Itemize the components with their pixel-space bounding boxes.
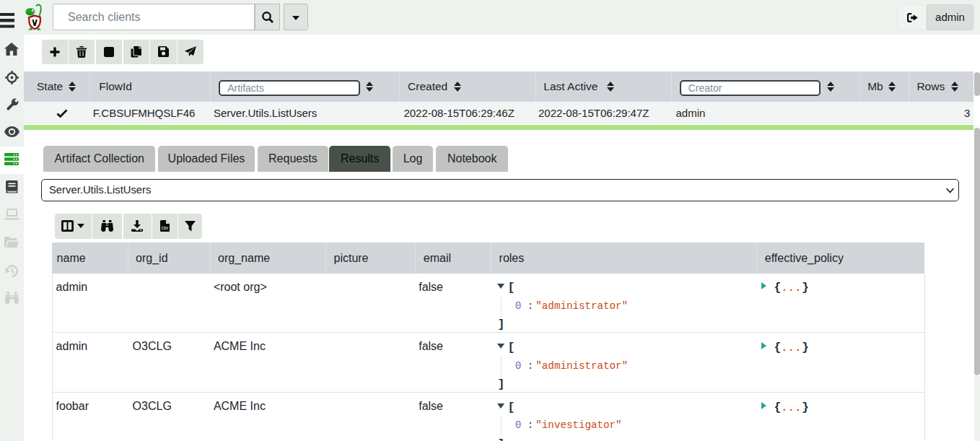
svg-text:CSV: CSV <box>162 227 168 230</box>
